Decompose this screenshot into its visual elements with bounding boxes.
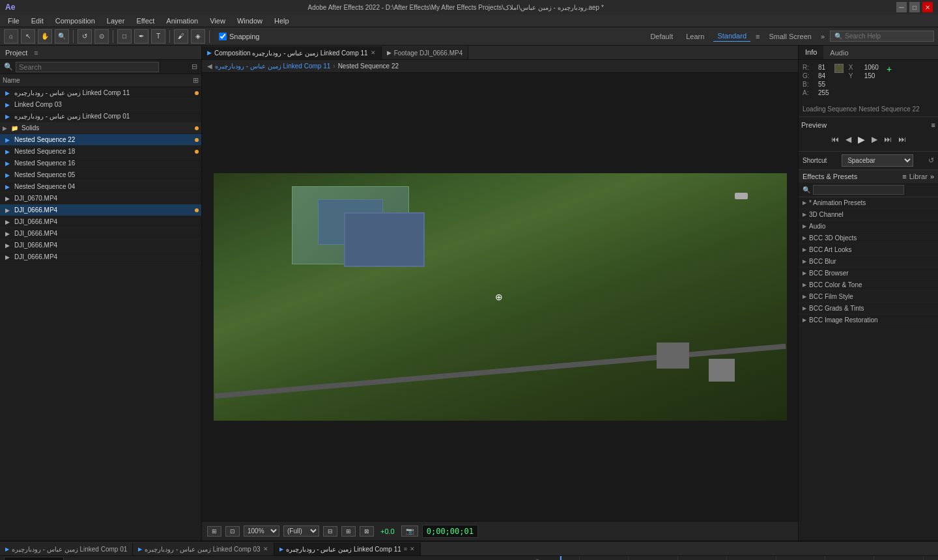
breadcrumb-comp[interactable]: زمین عباس - رودبارچیره Linked Comp 11 [215,63,330,70]
effects-expand-icon[interactable]: » [930,173,934,180]
clone-tool[interactable]: ◈ [191,29,205,44]
menu-file[interactable]: File [3,16,25,26]
rect-tool[interactable]: □ [117,29,132,44]
brush-tool[interactable]: 🖌 [174,29,188,44]
minimize-button[interactable]: ─ [896,2,907,12]
menu-help[interactable]: Help [269,16,294,26]
timeline-tab-comp01[interactable]: ▶ زمین عباس - رودبارچیره Linked Comp 01 [0,542,133,555]
tab-footage[interactable]: ▶ Footage DJI_0666.MP4 [382,46,469,59]
workspace-learn[interactable]: Learn [682,31,708,42]
project-item-nested05[interactable]: ▶ Nested Sequence 05 [0,169,201,181]
menu-edit[interactable]: Edit [26,16,49,26]
breadcrumb-back-icon[interactable]: ◀ [207,63,212,70]
workspace-menu-icon[interactable]: ≡ [756,33,760,40]
timeline-tab-comp03[interactable]: ▶ زمین عباس - رودبارچیره Linked Comp 03 … [133,542,274,555]
project-item-nested16[interactable]: ▶ Nested Sequence 16 [0,158,201,169]
transparency-btn[interactable]: ⊞ [341,526,356,537]
project-item-solids[interactable]: ▶ 📁 Solids [0,122,201,134]
workspace-small-screen[interactable]: Small Screen [765,31,815,42]
effect-bcc-image-restoration[interactable]: ▶ BCC Image Restoration [799,315,938,326]
first-frame-btn[interactable]: ⏮ [829,133,842,146]
menu-composition[interactable]: Composition [50,16,100,26]
last-frame-btn[interactable]: ⏭ [881,133,894,146]
effects-library-label[interactable]: Librar [909,173,928,180]
tab-menu-icon[interactable]: ≡ [404,546,407,552]
effects-search-input[interactable] [813,185,904,195]
select-tool[interactable]: ↖ [21,29,35,44]
menu-window[interactable]: Window [232,16,268,26]
text-tool[interactable]: T [151,29,165,44]
workspace-expand-icon[interactable]: » [821,33,825,40]
region-btn[interactable]: ⊟ [323,526,337,537]
menu-layer[interactable]: Layer [102,16,130,26]
playhead[interactable] [560,556,561,560]
effect-bcc-film-style[interactable]: ▶ BCC Film Style [799,291,938,303]
timecode-main[interactable]: 0;00;00;01 [4,557,64,560]
project-item-comp11[interactable]: ▶ زمین عباس - رودبارچیره Linked Comp 11 [0,87,201,99]
close-button[interactable]: ✕ [922,2,933,12]
project-item-dji0666-3[interactable]: ▶ DJI_0666.MP4 [0,228,201,240]
tab-close-btn[interactable]: ✕ [410,546,415,552]
shortcut-reset-btn[interactable]: ↺ [928,156,934,165]
tab-info[interactable]: Info [799,46,823,59]
play-btn[interactable]: ▶ [855,133,868,146]
effect-bcc-3d-objects[interactable]: ▶ BCC 3D Objects [799,232,938,244]
quality-btn[interactable]: ⊠ [360,526,374,537]
loop-btn[interactable]: ⏭ [896,133,909,146]
maximize-button[interactable]: □ [909,2,920,12]
project-item-dji0666-4[interactable]: ▶ DJI_0666.MP4 [0,240,201,251]
camera-tool[interactable]: ⊙ [94,29,109,44]
tab-audio[interactable]: Audio [823,46,855,59]
tab-close-btn[interactable]: ✕ [263,546,268,552]
effect-3d-channel[interactable]: ▶ 3D Channel [799,209,938,221]
sort-icon[interactable]: ⊞ [193,76,199,85]
breadcrumb-nested[interactable]: Nested Sequence 22 [338,63,399,70]
project-item-nested18[interactable]: ▶ Nested Sequence 18 [0,146,201,158]
prev-frame-btn[interactable]: ◀ [843,133,854,146]
shortcut-select[interactable]: Spacebar Numpad 0 [842,154,913,167]
viewer-canvas[interactable]: ⊕ [214,173,787,421]
project-item-nested22[interactable]: ▶ Nested Sequence 22 [0,134,201,146]
project-menu-icon[interactable]: ≡ [34,49,38,57]
zoom-select[interactable]: 100% 50% 200% [244,525,279,537]
menu-animation[interactable]: Animation [161,16,203,26]
snap-btn[interactable]: ⊞ [207,526,221,537]
project-search-input[interactable] [16,62,159,72]
add-icon[interactable]: + [887,64,892,74]
project-item-comp03[interactable]: ▶ Linked Comp 03 [0,99,201,111]
search-help-input[interactable] [845,33,923,40]
preview-menu-icon[interactable]: ≡ [931,121,935,129]
timeline-tab-comp11[interactable]: ▶ زمین عباس - رودبارچیره Linked Comp 11 … [274,542,421,555]
effect-bcc-browser[interactable]: ▶ BCC Browser [799,268,938,279]
effect-bcc-blur[interactable]: ▶ BCC Blur [799,256,938,268]
tab-close-btn[interactable]: ✕ [371,49,376,56]
project-item-dji0670[interactable]: ▶ DJI_0670.MP4 [0,193,201,204]
rotate-tool[interactable]: ↺ [78,29,92,44]
effect-audio[interactable]: ▶ Audio [799,221,938,232]
home-tool[interactable]: ⌂ [4,29,18,44]
effect-bcc-color-tone[interactable]: ▶ BCC Color & Tone [799,279,938,291]
next-frame-btn[interactable]: ▶ [869,133,880,146]
effect-bcc-grads-tints[interactable]: ▶ BCC Grads & Tints [799,303,938,315]
timeline-ruler[interactable]: 0:15f 01:00f 01:15f 02:00f 02:15f 03:00f [560,556,938,560]
effect-animation-presets[interactable]: ▶ * Animation Presets [799,197,938,209]
hand-tool[interactable]: ✋ [38,29,52,44]
workspace-standard[interactable]: Standard [713,31,750,42]
snapping-checkbox[interactable] [219,33,227,40]
pen-tool[interactable]: ✒ [134,29,149,44]
effects-menu-icon[interactable]: ≡ [902,173,906,180]
project-item-dji0666-5[interactable]: ▶ DJI_0666.MP4 [0,251,201,263]
project-item-comp01[interactable]: ▶ زمین عباس - رودبارچیره Linked Comp 01 [0,111,201,122]
workspace-default[interactable]: Default [646,31,677,42]
quality-select[interactable]: (Full) (Half) [283,525,319,537]
menu-view[interactable]: View [205,16,231,26]
project-filter-icon[interactable]: ⊟ [192,63,197,71]
camera-btn[interactable]: 📷 [401,525,418,537]
menu-effect[interactable]: Effect [131,16,160,26]
fit-btn[interactable]: ⊡ [225,526,240,537]
effect-bcc-art-looks[interactable]: ▶ BCC Art Looks [799,244,938,256]
zoom-tool[interactable]: 🔍 [55,29,69,44]
project-item-nested04[interactable]: ▶ Nested Sequence 04 [0,181,201,193]
project-item-dji0666-2[interactable]: ▶ DJI_0666.MP4 [0,216,201,228]
tab-comp11[interactable]: ▶ Composition زمین عباس - رودبارچیره Lin… [202,46,382,59]
